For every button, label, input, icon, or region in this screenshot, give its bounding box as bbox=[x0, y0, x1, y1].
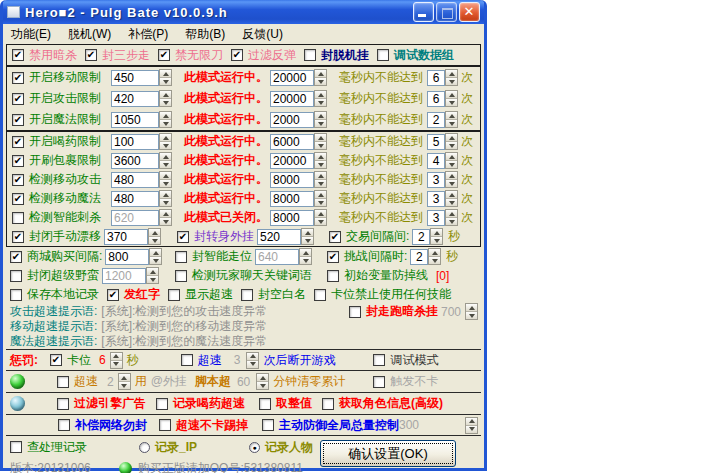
limit-value-input[interactable]: 450 bbox=[111, 70, 159, 86]
limit-ms-input[interactable]: 2000 bbox=[270, 112, 314, 128]
spinner[interactable] bbox=[159, 152, 172, 169]
limit-checkbox[interactable]: ✔ bbox=[12, 193, 24, 205]
limit-value-input[interactable]: 100 bbox=[111, 134, 159, 150]
checkbox-compensate-network[interactable] bbox=[58, 419, 70, 431]
limit-count-input[interactable]: 5 bbox=[427, 134, 445, 150]
checkbox-check-process-log[interactable] bbox=[10, 441, 22, 453]
checkbox-save-local-log[interactable] bbox=[10, 289, 22, 301]
checkbox-trade-interval[interactable]: ✔ bbox=[329, 231, 341, 243]
limit-value-input[interactable]: 620 bbox=[111, 210, 159, 226]
checkbox-disable-assassinate[interactable]: ✔ bbox=[12, 49, 24, 61]
maximize-button[interactable] bbox=[436, 2, 457, 22]
spinner[interactable] bbox=[159, 111, 172, 128]
limit-value-input[interactable]: 3600 bbox=[111, 153, 159, 169]
smart-position-input[interactable]: 640 bbox=[255, 249, 299, 265]
checkbox-block-blank-name[interactable] bbox=[241, 289, 253, 301]
spinner[interactable] bbox=[146, 267, 159, 284]
limit-ms-input[interactable]: 20000 bbox=[270, 91, 314, 107]
checkbox-debug-mode[interactable] bbox=[373, 354, 385, 366]
limit-count-input[interactable]: 4 bbox=[427, 153, 445, 169]
limit-count-input[interactable]: 6 bbox=[427, 70, 445, 86]
checkbox-log-potion-overspeed[interactable] bbox=[156, 398, 168, 410]
checkbox-overspeed-punish[interactable] bbox=[181, 354, 193, 366]
spinner[interactable] bbox=[149, 248, 162, 265]
limit-checkbox[interactable]: ✔ bbox=[12, 155, 24, 167]
mall-interval-input[interactable]: 800 bbox=[105, 249, 149, 265]
limit-count-input[interactable]: 3 bbox=[427, 172, 445, 188]
limit-checkbox[interactable]: ✔ bbox=[12, 136, 24, 148]
spinner[interactable] bbox=[445, 69, 458, 86]
checkbox-smart-position[interactable] bbox=[175, 251, 187, 263]
limit-ms-input[interactable]: 8000 bbox=[270, 172, 314, 188]
spinner[interactable] bbox=[445, 190, 458, 207]
spinner[interactable] bbox=[314, 69, 327, 86]
spinner[interactable] bbox=[299, 248, 312, 265]
spinner[interactable] bbox=[445, 152, 458, 169]
spinner[interactable] bbox=[314, 133, 327, 150]
checkbox-trigger-no-stuck[interactable] bbox=[373, 376, 385, 388]
checkbox-stuck-punish[interactable]: ✔ bbox=[50, 354, 62, 366]
spinner[interactable] bbox=[314, 209, 327, 226]
manual-drift-input[interactable]: 370 bbox=[104, 229, 148, 245]
limit-ms-input[interactable]: 6000 bbox=[270, 134, 314, 150]
checkbox-round-value[interactable] bbox=[259, 398, 271, 410]
checkbox-stuck-no-skill[interactable] bbox=[314, 289, 326, 301]
spinner[interactable] bbox=[256, 373, 269, 390]
spinner[interactable] bbox=[301, 228, 314, 245]
spinner[interactable] bbox=[314, 190, 327, 207]
block-turn-hack-input[interactable]: 520 bbox=[257, 229, 301, 245]
checkbox-chat-keywords[interactable] bbox=[175, 270, 187, 282]
spinner[interactable] bbox=[465, 417, 478, 434]
spinner[interactable] bbox=[314, 152, 327, 169]
menu-compensate[interactable]: 补偿(P) bbox=[128, 26, 168, 43]
spinner[interactable] bbox=[110, 352, 123, 369]
limit-ms-input[interactable]: 8000 bbox=[270, 210, 314, 226]
limit-ms-input[interactable]: 20000 bbox=[270, 153, 314, 169]
menu-feedback[interactable]: 反馈(U) bbox=[242, 26, 283, 43]
checkbox-filter-rebound[interactable]: ✔ bbox=[231, 49, 243, 61]
checkbox-init-var-antidrop[interactable] bbox=[327, 270, 339, 282]
checkbox-ban-infinite-blade[interactable]: ✔ bbox=[158, 49, 170, 61]
spinner[interactable] bbox=[148, 228, 161, 245]
spinner[interactable] bbox=[445, 90, 458, 107]
checkbox-challenge-interval[interactable]: ✔ bbox=[327, 251, 339, 263]
limit-count-input[interactable]: 2 bbox=[427, 112, 445, 128]
checkbox-manual-drift[interactable]: ✔ bbox=[12, 231, 24, 243]
spinner[interactable] bbox=[159, 171, 172, 188]
checkbox-filter-engine-ads[interactable] bbox=[57, 398, 69, 410]
spinner[interactable] bbox=[314, 111, 327, 128]
checkbox-super-wild[interactable] bbox=[10, 270, 22, 282]
limit-ms-input[interactable]: 8000 bbox=[270, 191, 314, 207]
checkbox-show-overspeed[interactable] bbox=[168, 289, 180, 301]
minimize-button[interactable] bbox=[413, 2, 434, 22]
limit-checkbox[interactable]: ✔ bbox=[12, 72, 24, 84]
spinner[interactable] bbox=[445, 111, 458, 128]
super-wild-input[interactable]: 1200 bbox=[102, 268, 146, 284]
checkbox-overspeed-kick[interactable] bbox=[159, 419, 171, 431]
spinner[interactable] bbox=[445, 133, 458, 150]
limit-checkbox[interactable]: ✔ bbox=[12, 93, 24, 105]
confirm-settings-button[interactable]: 确认设置(OK) bbox=[320, 440, 456, 467]
spinner[interactable] bbox=[445, 171, 458, 188]
spinner[interactable] bbox=[118, 373, 131, 390]
checkbox-get-char-info[interactable] bbox=[322, 398, 334, 410]
challenge-interval-input[interactable]: 2 bbox=[410, 249, 428, 265]
spinner[interactable] bbox=[159, 69, 172, 86]
trade-interval-input[interactable]: 2 bbox=[412, 229, 430, 245]
limit-count-input[interactable]: 3 bbox=[427, 210, 445, 226]
spinner[interactable] bbox=[159, 190, 172, 207]
limit-checkbox[interactable] bbox=[12, 212, 24, 224]
spinner[interactable] bbox=[430, 228, 443, 245]
spinner[interactable] bbox=[246, 352, 259, 369]
radio-record-character[interactable]: ● bbox=[249, 442, 260, 453]
limit-value-input[interactable]: 1050 bbox=[111, 112, 159, 128]
limit-count-input[interactable]: 3 bbox=[427, 191, 445, 207]
limit-ms-input[interactable]: 20000 bbox=[270, 70, 314, 86]
limit-checkbox[interactable]: ✔ bbox=[12, 174, 24, 186]
spinner[interactable] bbox=[159, 90, 172, 107]
close-button[interactable] bbox=[459, 2, 480, 22]
limit-value-input[interactable]: 480 bbox=[111, 191, 159, 207]
spinner[interactable] bbox=[428, 248, 441, 265]
checkbox-block-offline-bot[interactable] bbox=[304, 49, 316, 61]
checkbox-block-threestep[interactable]: ✔ bbox=[85, 49, 97, 61]
